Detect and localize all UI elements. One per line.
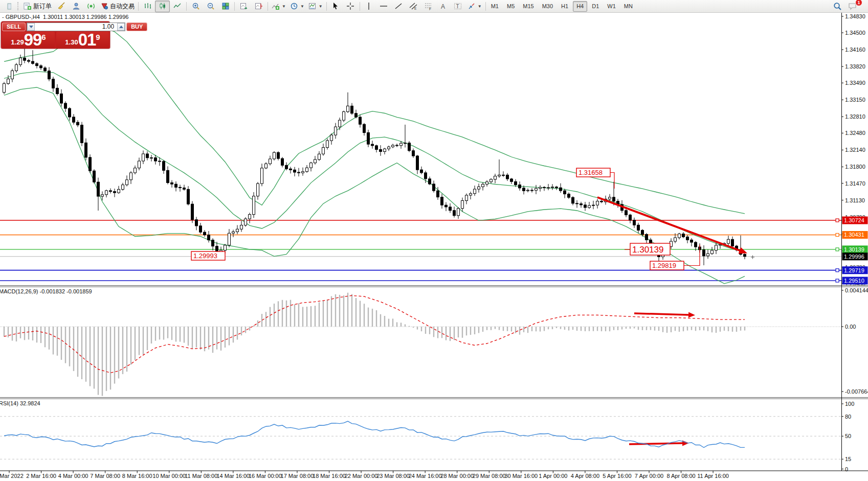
sell-price-big: 99: [24, 32, 42, 48]
candles-layer: [3, 45, 746, 265]
date-axis-tick: 4 Mar 00:00: [58, 473, 88, 479]
zoom-out-button[interactable]: [203, 1, 218, 12]
timeframe-m5-button[interactable]: M5: [503, 1, 518, 12]
channel-tool-button[interactable]: E: [406, 1, 421, 12]
tile-windows-button[interactable]: [218, 1, 233, 12]
broom-button[interactable]: [54, 1, 69, 12]
line-chart-icon: [173, 2, 182, 10]
svg-text:1.30724: 1.30724: [844, 217, 864, 223]
contacts-button[interactable]: [69, 1, 83, 12]
rsi-axis-tick: 80: [845, 414, 851, 420]
date-axis-tick: 7 Mar 08:00: [90, 473, 120, 479]
chevron-down-icon: ▼: [478, 4, 482, 9]
arrows-tool-button[interactable]: ▼: [465, 1, 484, 12]
date-axis-tick: 22 Mar 00:00: [345, 473, 378, 479]
buy-button[interactable]: BUY: [126, 22, 147, 31]
timeframe-h1-button[interactable]: H1: [558, 1, 572, 12]
sell-price-sup: 6: [41, 33, 46, 41]
broom-icon: [57, 2, 65, 10]
trendline-tool-button[interactable]: [391, 1, 406, 12]
signals-button[interactable]: [83, 1, 98, 12]
trend-arrow[interactable]: [634, 313, 688, 315]
templates-button[interactable]: ▼: [306, 1, 325, 12]
zoom-out-icon: [207, 2, 215, 10]
price-axis-tick: 1.31800: [845, 164, 865, 170]
zoom-in-button[interactable]: [188, 1, 203, 12]
sell-button[interactable]: SELL: [2, 22, 26, 31]
timeframe-d1-button[interactable]: D1: [588, 1, 603, 12]
date-axis-tick: 5 Apr 16:00: [603, 473, 631, 479]
candlestick-chart-type-button[interactable]: [155, 1, 170, 12]
horizontal-line-icon: [380, 2, 388, 10]
timeframe-w1-button[interactable]: W1: [604, 1, 619, 12]
cursor-tool-button[interactable]: [328, 1, 343, 12]
horizontal-line-tool-button[interactable]: [376, 1, 391, 12]
indicators-button[interactable]: ▼: [270, 1, 288, 12]
volume-input[interactable]: [35, 23, 117, 31]
indicators-icon: [272, 2, 280, 10]
rsi-axis-tick: 15: [845, 456, 851, 462]
price-axis-tick: 1.31470: [845, 180, 865, 187]
price-tag-1.30724: 1.30724: [842, 217, 868, 224]
text-tool-button[interactable]: A: [436, 1, 451, 12]
date-axis-tick: 10 Mar 00:00: [152, 473, 186, 479]
vertical-line-tool-button[interactable]: [362, 1, 376, 12]
main-chart-panel: 1.316581.299931.301391.29819: [0, 27, 841, 283]
auto-trading-button[interactable]: 自动交易: [98, 1, 137, 12]
clock-icon: [290, 2, 298, 10]
svg-text:A: A: [441, 3, 445, 10]
price-axis-tick: 1.33150: [845, 97, 865, 103]
cursor-icon: [331, 2, 340, 10]
toolbar-separator: [326, 2, 327, 11]
price-axis-tick: 1.32480: [845, 130, 865, 136]
price-chart[interactable]: 1.316581.299931.301391.298191.348301.345…: [0, 0, 868, 481]
price-axis-tick: 1.31130: [845, 197, 865, 203]
buy-price-small: 1.30: [65, 38, 78, 46]
notifications-button[interactable]: 1: [845, 1, 860, 12]
trend-arrow[interactable]: [597, 197, 740, 250]
cut-icon: [6, 3, 11, 10]
date-axis-tick: 18 Mar 16:00: [313, 473, 346, 479]
timeframe-m1-button[interactable]: M1: [487, 1, 502, 12]
label-tool-button[interactable]: T: [451, 1, 465, 12]
auto-scroll-button[interactable]: [236, 1, 251, 12]
timeframe-mn-button[interactable]: MN: [620, 1, 636, 12]
arrows-icon: [468, 2, 476, 10]
buy-price-display[interactable]: 1.30019: [56, 32, 109, 48]
toolbar-separator: [268, 2, 268, 11]
timeframe-h4-button[interactable]: H4: [573, 1, 587, 12]
trend-arrow-head: [739, 247, 747, 254]
volume-decrease-button[interactable]: [27, 23, 35, 31]
svg-text:1.29819: 1.29819: [652, 262, 676, 269]
price-tag-1.29719: 1.29719: [842, 266, 868, 274]
price-tag-1.30139: 1.30139: [842, 245, 868, 253]
line-chart-type-button[interactable]: [170, 1, 185, 12]
svg-text:1.30139: 1.30139: [844, 246, 864, 253]
price-annotation-label[interactable]: 1.29993: [191, 251, 225, 260]
toolbar-separator: [186, 2, 187, 11]
new-order-button[interactable]: 新订单: [21, 1, 54, 12]
fibonacci-tool-button[interactable]: F: [421, 1, 436, 12]
price-axis-tick: 1.32810: [845, 113, 865, 120]
volume-increase-button[interactable]: [117, 23, 125, 31]
sell-price-display[interactable]: 1.29996: [2, 32, 55, 48]
periods-button[interactable]: ▼: [288, 1, 306, 12]
timeframe-m30-button[interactable]: M30: [539, 1, 557, 12]
trend-arrow-head: [688, 312, 695, 318]
crosshair-tool-button[interactable]: [343, 1, 358, 12]
trend-arrow[interactable]: [629, 443, 682, 444]
search-button[interactable]: [830, 1, 845, 12]
candlestick-icon: [159, 2, 167, 10]
toolbar-overflow-icon[interactable]: [1, 1, 16, 12]
bar-chart-type-button[interactable]: [140, 1, 155, 12]
svg-text:F: F: [429, 7, 431, 11]
chart-shift-button[interactable]: [251, 1, 266, 12]
symbol-title: GBPUSD-,H4: [6, 14, 40, 20]
date-axis-tick: 8 Mar 16:00: [122, 473, 152, 479]
date-axis-tick: 28 Mar 00:00: [440, 473, 474, 479]
svg-text:T: T: [456, 4, 459, 9]
date-axis-tick: 8 Apr 08:00: [666, 473, 695, 479]
timeframe-m15-button[interactable]: M15: [519, 1, 537, 12]
auto-trading-label: 自动交易: [110, 2, 135, 11]
price-annotation-label[interactable]: 1.30139: [625, 243, 670, 255]
